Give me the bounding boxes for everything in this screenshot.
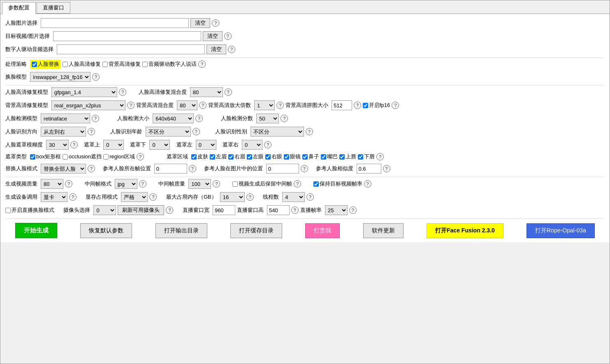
bg-scale-help-icon[interactable]: ? <box>276 102 284 109</box>
right-eye-checkbox[interactable] <box>265 154 271 160</box>
face-detect-model-select[interactable]: retinafacescrfdyolov8 <box>41 114 90 123</box>
bg-hd-checkbox-label[interactable]: 背景高清修复 <box>102 60 141 68</box>
lower-lip-cb-label[interactable]: 下唇 <box>358 153 375 160</box>
bg-scale-select[interactable]: 124 <box>254 100 275 110</box>
keep-mid-frames-label[interactable]: 视频生成后保留中间帧 <box>232 180 292 188</box>
face-detect-score-select[interactable]: 3040506070 <box>256 114 279 123</box>
swap-model-select[interactable]: inswapper_128_fp16 inswapper_128 simswap… <box>30 72 90 82</box>
live-size-help-icon[interactable]: ? <box>291 206 299 214</box>
audio-drive-checkbox[interactable] <box>142 62 148 67</box>
right-eyebrow-cb-label[interactable]: 右眉 <box>228 153 245 160</box>
face-image-clear-button[interactable]: 清空 <box>190 18 210 28</box>
live-fps-help-icon[interactable]: ? <box>349 206 357 214</box>
face-gender-help-icon[interactable]: ? <box>306 128 313 135</box>
bg-hd-blend-help-icon[interactable]: ? <box>199 102 206 109</box>
bg-hd-blend-select[interactable]: 60708090 <box>177 100 197 110</box>
face-hd-model-select[interactable]: gfpgan_1.4 codeformer gfpgan_1.3 <box>51 87 117 97</box>
tab-params[interactable]: 参数配置 <box>2 2 36 14</box>
device-select[interactable]: 显卡CPU <box>41 192 67 202</box>
keep-fps-label[interactable]: 保持目标视频帧率 <box>313 180 362 188</box>
bg-hd-model-help-icon[interactable]: ? <box>127 102 135 109</box>
swap-mode-select[interactable]: 替换全部人脸替换指定人脸 <box>41 164 86 174</box>
face-image-help-icon[interactable]: ? <box>212 19 219 27</box>
strategy-help-icon[interactable]: ? <box>198 60 206 68</box>
video-quality-help-icon[interactable]: ? <box>65 180 72 188</box>
keep-mid-help-icon[interactable]: ? <box>294 180 301 188</box>
face-detect-model-help-icon[interactable]: ? <box>92 115 99 122</box>
face-hd-blend-select[interactable]: 60708090100 <box>190 87 223 97</box>
glasses-checkbox[interactable] <box>284 154 289 160</box>
mask-blur-select[interactable]: 010203040 <box>46 140 69 150</box>
fp16-help-icon[interactable]: ? <box>392 102 399 109</box>
mask-right-help-icon[interactable]: ? <box>264 141 271 148</box>
left-eye-checkbox[interactable] <box>247 154 252 160</box>
face-image-input[interactable] <box>41 18 189 28</box>
keep-fps-checkbox[interactable] <box>313 181 319 187</box>
face-direction-select[interactable]: 从左到右从右到左从上到下 <box>41 127 86 137</box>
ref-face-sim-input[interactable] <box>357 164 381 174</box>
mask-right-select[interactable]: 0510 <box>242 140 262 150</box>
update-button[interactable]: 软件更新 <box>363 223 404 238</box>
lower-lip-checkbox[interactable] <box>358 154 363 160</box>
face-direction-help-icon[interactable]: ? <box>88 128 95 135</box>
camera-help-icon[interactable]: ? <box>166 206 173 214</box>
thread-count-help-icon[interactable]: ? <box>306 193 314 201</box>
refresh-camera-button[interactable]: 刷新可用摄像头 <box>118 205 164 215</box>
video-quality-select[interactable]: 60708090100 <box>41 179 63 189</box>
mouth-cb-label[interactable]: 嘴巴 <box>321 153 338 160</box>
mask-top-select[interactable]: 051020 <box>103 140 124 150</box>
ref-face-img-pos-input[interactable] <box>266 164 299 174</box>
left-eyebrow-checkbox[interactable] <box>210 154 215 160</box>
donate-button[interactable]: 打赏我 <box>305 223 340 238</box>
right-eyebrow-checkbox[interactable] <box>228 154 234 160</box>
audio-clear-button[interactable]: 清空 <box>206 44 226 54</box>
left-eyebrow-cb-label[interactable]: 左眉 <box>210 153 227 160</box>
face-swap-checkbox-label[interactable]: 人脸替换 <box>30 60 61 69</box>
upper-lip-checkbox[interactable] <box>339 154 345 160</box>
tab-live[interactable]: 直播窗口 <box>37 2 70 14</box>
thread-count-select[interactable]: 1248 <box>282 192 305 202</box>
fp16-checkbox[interactable] <box>363 103 368 108</box>
mid-quality-select[interactable]: 8090100 <box>188 179 211 189</box>
nose-checkbox[interactable] <box>302 154 308 160</box>
target-video-clear-button[interactable]: 清空 <box>203 31 223 41</box>
ref-face-img-pos-help-icon[interactable]: ? <box>301 165 308 172</box>
bg-hd-model-select[interactable]: real_esrgan_x2plus real_esrgan_x4plus <box>51 100 125 110</box>
glasses-cb-label[interactable]: 眼镜 <box>284 153 301 160</box>
occlusion-checkbox[interactable] <box>63 154 68 160</box>
right-eye-cb-label[interactable]: 右眼 <box>265 153 282 160</box>
restore-button[interactable]: 恢复默认参数 <box>80 223 132 238</box>
face-age-help-icon[interactable]: ? <box>193 128 200 135</box>
keep-fps-help-icon[interactable]: ? <box>364 180 371 188</box>
audio-help-icon[interactable]: ? <box>228 46 235 53</box>
start-button[interactable]: 开始生成 <box>15 223 57 238</box>
live-fps-select[interactable]: 15253060 <box>325 205 348 215</box>
audio-drive-checkbox-label[interactable]: 音频驱动数字人说话 <box>142 60 197 68</box>
face-detect-size-help-icon[interactable]: ? <box>195 115 203 122</box>
mask-type-help-icon[interactable]: ? <box>137 153 144 160</box>
ref-face-pos-help-icon[interactable]: ? <box>189 165 196 172</box>
nose-cb-label[interactable]: 鼻子 <box>302 153 319 160</box>
face-detect-score-help-icon[interactable]: ? <box>281 115 288 122</box>
face-hd-blend-help-icon[interactable]: ? <box>225 88 232 96</box>
face-swap-checkbox[interactable] <box>32 62 37 67</box>
vram-mode-help-icon[interactable]: ? <box>149 193 157 201</box>
target-video-help-icon[interactable]: ? <box>224 32 232 40</box>
max-memory-select[interactable]: 481632 <box>220 192 245 202</box>
region-checkbox[interactable] <box>103 154 109 160</box>
face-fusion-button[interactable]: 打开Face Fusion 2.3.0 <box>427 223 503 238</box>
camera-select[interactable]: 012 <box>93 205 116 215</box>
mask-bottom-select[interactable]: 0510 <box>149 140 170 150</box>
live-height-input[interactable] <box>267 205 290 215</box>
swap-model-help-icon[interactable]: ? <box>92 73 100 81</box>
face-detect-size-select[interactable]: 320x320480x480640x640 <box>153 114 194 123</box>
mask-blur-help-icon[interactable]: ? <box>70 141 78 148</box>
live-width-input[interactable] <box>213 205 235 215</box>
mid-frame-format-help-icon[interactable]: ? <box>139 180 146 188</box>
keep-mid-frames-checkbox[interactable] <box>232 181 238 187</box>
audio-input[interactable] <box>57 44 205 54</box>
max-memory-help-icon[interactable]: ? <box>246 193 254 201</box>
bg-tile-input[interactable] <box>332 100 352 110</box>
mouth-checkbox[interactable] <box>321 154 326 160</box>
target-video-input[interactable] <box>53 31 201 41</box>
